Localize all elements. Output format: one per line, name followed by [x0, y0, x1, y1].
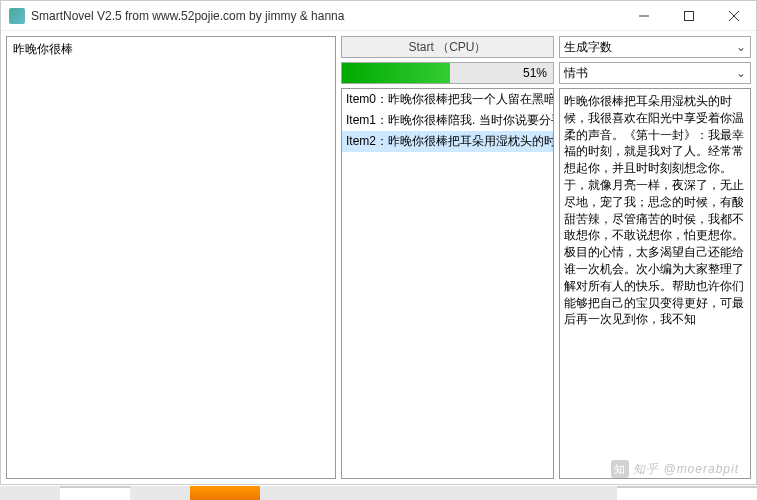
maximize-button[interactable]: [666, 1, 711, 31]
close-button[interactable]: [711, 1, 756, 31]
category-dropdown[interactable]: 情书 ⌄: [559, 62, 751, 84]
control-row-2: 51% 情书 ⌄: [341, 62, 751, 84]
prompt-input[interactable]: 昨晚你很棒: [7, 37, 335, 62]
chevron-down-icon: ⌄: [736, 40, 746, 54]
dropdown-value: 情书: [564, 65, 588, 82]
right-panel: Start （CPU） 生成字数 ⌄ 51% 情书 ⌄ Item0：昨晚: [341, 36, 751, 479]
content-area: 昨晚你很棒 Start （CPU） 生成字数 ⌄ 51% 情书 ⌄: [1, 31, 756, 484]
minimize-icon: [639, 11, 649, 21]
list-item[interactable]: Item2：昨晚你很棒把耳朵用湿枕头的时候,: [342, 131, 553, 152]
results-list[interactable]: Item0：昨晚你很棒把我一个人留在黑暗里, Item1：昨晚你很棒陪我. 当时…: [341, 88, 554, 479]
app-window: SmartNovel V2.5 from www.52pojie.com by …: [0, 0, 757, 485]
results-row: Item0：昨晚你很棒把我一个人留在黑暗里, Item1：昨晚你很棒陪我. 当时…: [341, 88, 751, 479]
progress-bar: 51%: [341, 62, 554, 84]
minimize-button[interactable]: [621, 1, 666, 31]
maximize-icon: [684, 11, 694, 21]
progress-fill: [342, 63, 450, 83]
dropdown-value: 生成字数: [564, 39, 612, 56]
app-icon: [9, 8, 25, 24]
window-title: SmartNovel V2.5 from www.52pojie.com by …: [31, 9, 621, 23]
start-button[interactable]: Start （CPU）: [341, 36, 554, 58]
control-row-1: Start （CPU） 生成字数 ⌄: [341, 36, 751, 58]
close-icon: [729, 11, 739, 21]
taskbar-fragment: [0, 486, 757, 500]
chevron-down-icon: ⌄: [736, 66, 746, 80]
output-text[interactable]: 昨晚你很棒把耳朵用湿枕头的时候，我很喜欢在阳光中享受着你温柔的声音。《第十一封》…: [559, 88, 751, 479]
input-panel[interactable]: 昨晚你很棒: [6, 36, 336, 479]
list-item[interactable]: Item1：昨晚你很棒陪我. 当时你说要分手了: [342, 110, 553, 131]
window-controls: [621, 1, 756, 31]
svg-rect-1: [684, 11, 693, 20]
char-count-dropdown[interactable]: 生成字数 ⌄: [559, 36, 751, 58]
title-bar: SmartNovel V2.5 from www.52pojie.com by …: [1, 1, 756, 31]
list-item[interactable]: Item0：昨晚你很棒把我一个人留在黑暗里,: [342, 89, 553, 110]
progress-percent: 51%: [523, 66, 547, 80]
